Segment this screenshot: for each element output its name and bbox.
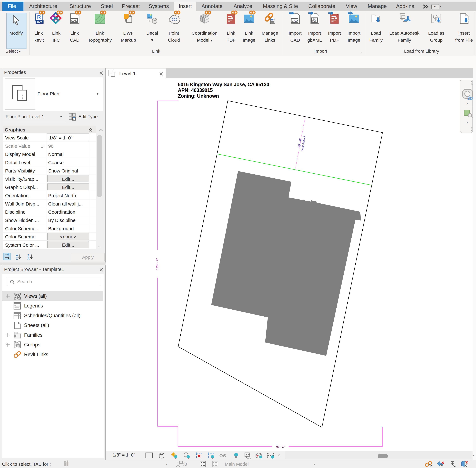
svg-text:RVT: RVT	[37, 21, 42, 23]
svg-text:Zoning: Unknown: Zoning: Unknown	[178, 93, 219, 99]
svg-text:5016 Kingston Way San Jose, CA: 5016 Kingston Way San Jose, CA 95130	[178, 82, 269, 87]
svg-text:76' - 1": 76' - 1"	[276, 445, 285, 448]
svg-text:CAD: CAD	[71, 19, 77, 22]
svg-text:XML: XML	[312, 20, 317, 23]
svg-text:APN: 40339015: APN: 40339015	[178, 88, 213, 93]
svg-text:A: A	[16, 254, 18, 257]
svg-text:2D: 2D	[467, 96, 473, 100]
svg-text:CAD: CAD	[292, 19, 298, 22]
svg-text:Z: Z	[28, 254, 29, 257]
svg-text:Z: Z	[16, 257, 18, 260]
svg-text:A: A	[28, 257, 29, 260]
svg-text:R: R	[37, 14, 41, 20]
svg-text:124' - 0": 124' - 0"	[155, 258, 159, 270]
